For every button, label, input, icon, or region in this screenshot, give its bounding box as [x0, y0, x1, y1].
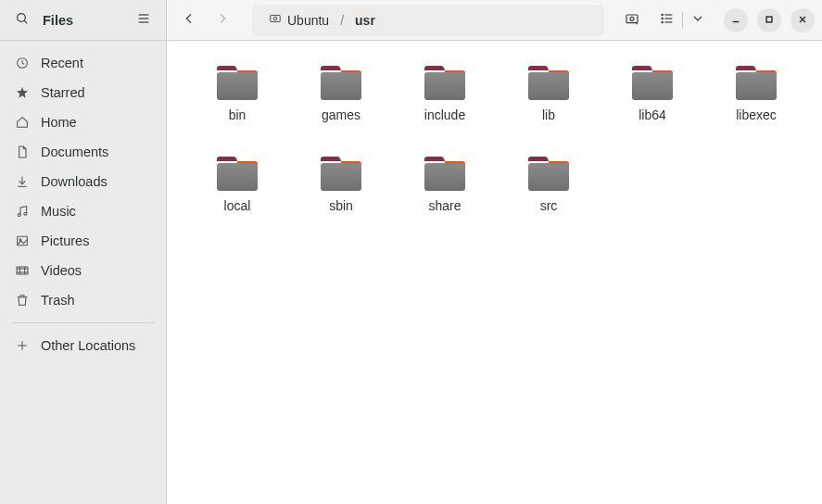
folder-name: lib64 — [639, 107, 666, 122]
folder-icon — [319, 154, 363, 193]
svg-rect-43 — [736, 72, 777, 100]
folder-name: libexec — [736, 107, 777, 122]
sidebar-item-label: Downloads — [41, 174, 107, 189]
svg-line-1 — [24, 20, 27, 23]
path-segment-current[interactable]: usr — [348, 9, 383, 32]
chevron-down-icon — [690, 11, 705, 29]
path-root-label: Ubuntu — [287, 13, 329, 28]
path-current-label: usr — [355, 13, 375, 28]
sidebar-item-pictures[interactable]: Pictures — [6, 226, 160, 256]
sidebar-item-label: Trash — [41, 293, 75, 308]
home-icon — [15, 115, 30, 130]
sidebar-item-downloads[interactable]: Downloads — [6, 167, 160, 196]
folder-icon — [423, 154, 467, 193]
folder-item[interactable]: games — [289, 59, 393, 126]
svg-rect-5 — [271, 16, 281, 22]
svg-rect-41 — [528, 72, 569, 100]
sidebar-item-recent[interactable]: Recent — [6, 48, 160, 78]
sidebar-item-home[interactable]: Home — [6, 107, 160, 137]
sidebar-item-videos[interactable]: Videos — [6, 256, 160, 285]
titlebar-left: Files — [0, 0, 167, 40]
forward-button[interactable] — [208, 6, 237, 35]
sidebar-item-starred[interactable]: Starred — [6, 78, 160, 107]
svg-rect-47 — [528, 163, 569, 191]
svg-rect-10 — [626, 15, 638, 23]
clock-icon — [15, 56, 30, 70]
sidebar-menu-button[interactable] — [129, 6, 158, 35]
pathbar: Ubuntu / usr — [252, 5, 604, 36]
svg-rect-40 — [424, 72, 465, 100]
svg-rect-46 — [424, 163, 465, 191]
back-button[interactable] — [174, 6, 204, 35]
svg-point-17 — [662, 18, 663, 19]
sidebar-item-label: Recent — [41, 56, 83, 70]
plus-icon — [15, 338, 30, 353]
trash-icon — [15, 293, 30, 308]
folder-item[interactable]: libexec — [704, 59, 808, 126]
path-separator: / — [338, 13, 346, 28]
video-icon — [15, 263, 30, 278]
picture-icon — [15, 233, 30, 248]
focus-search-button[interactable] — [617, 6, 647, 35]
list-icon — [136, 11, 151, 29]
svg-rect-31 — [17, 267, 28, 274]
music-icon — [15, 204, 30, 219]
list-view-button[interactable] — [654, 6, 680, 35]
view-switcher — [654, 6, 711, 35]
svg-rect-42 — [632, 72, 673, 100]
folder-item[interactable]: src — [497, 150, 601, 217]
svg-rect-38 — [217, 72, 258, 100]
svg-point-28 — [24, 212, 27, 215]
folder-name: games — [322, 107, 360, 122]
folder-icon — [215, 63, 259, 102]
folder-icon — [526, 154, 571, 193]
search-icon — [15, 11, 30, 29]
path-segment-root[interactable]: Ubuntu — [261, 8, 336, 32]
folder-name: src — [540, 198, 558, 213]
folder-grid: bin games include lib lib64 libexec loca… — [185, 59, 815, 217]
folder-icon — [215, 154, 259, 193]
svg-point-0 — [18, 14, 26, 22]
disk-icon — [269, 12, 282, 28]
folder-icon — [423, 63, 467, 102]
sidebar-item-music[interactable]: Music — [6, 196, 160, 226]
svg-point-16 — [662, 14, 663, 15]
star-icon — [15, 85, 30, 100]
minimize-icon — [731, 13, 740, 27]
titlebar: Files Ubuntu — [0, 0, 822, 41]
sidebar: Recent Starred Home Documents Downloads … — [0, 41, 167, 504]
close-button[interactable] — [790, 8, 815, 32]
svg-rect-44 — [217, 163, 258, 191]
folder-item[interactable]: bin — [185, 59, 289, 126]
folder-item[interactable]: local — [185, 150, 289, 217]
view-options-button[interactable] — [685, 6, 711, 35]
pathbar-menu-button[interactable] — [575, 7, 601, 33]
folder-item[interactable]: lib — [497, 59, 601, 126]
folder-item[interactable]: sbin — [289, 150, 393, 217]
separator — [682, 12, 683, 29]
sidebar-divider — [11, 322, 155, 323]
svg-rect-20 — [766, 17, 772, 22]
search-button[interactable] — [7, 6, 37, 35]
sidebar-item-other-locations[interactable]: Other Locations — [6, 331, 160, 360]
sidebar-item-trash[interactable]: Trash — [6, 285, 160, 315]
right-controls — [617, 6, 815, 35]
sidebar-item-documents[interactable]: Documents — [6, 137, 160, 167]
minimize-button[interactable] — [724, 8, 748, 32]
svg-point-11 — [630, 17, 634, 20]
download-icon — [15, 174, 30, 189]
sidebar-item-label: Home — [41, 115, 77, 130]
folder-item[interactable]: include — [393, 59, 497, 126]
folder-icon — [526, 63, 571, 102]
svg-point-18 — [662, 21, 663, 22]
folder-name: lib — [542, 107, 555, 122]
maximize-button[interactable] — [757, 8, 781, 32]
document-icon — [15, 145, 30, 159]
folder-name: include — [424, 107, 465, 122]
svg-rect-39 — [321, 72, 361, 100]
sidebar-item-label: Documents — [41, 145, 108, 159]
folder-name: sbin — [329, 198, 353, 213]
folder-item[interactable]: lib64 — [601, 59, 704, 126]
folder-item[interactable]: share — [393, 150, 497, 217]
content-area: bin games include lib lib64 libexec loca… — [167, 41, 822, 504]
